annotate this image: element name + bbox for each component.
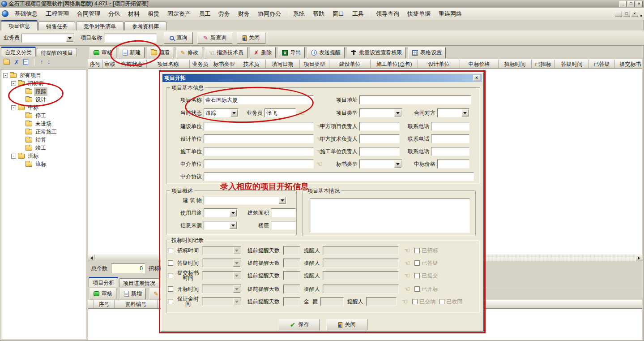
picker-hand-icon[interactable]: ☜ bbox=[402, 298, 408, 305]
tab-project-progress[interactable]: 项目进展情况 bbox=[119, 278, 159, 287]
column-header-technician[interactable]: 技术员 bbox=[237, 60, 266, 68]
mdi-close-button[interactable]: × bbox=[631, 11, 638, 17]
builder-unit-input[interactable] bbox=[204, 147, 314, 156]
delete-category-icon[interactable]: ✗ bbox=[14, 59, 19, 66]
tab-reminder-projects[interactable]: 待提醒的项目 bbox=[37, 48, 77, 56]
chevron-down-icon[interactable] bbox=[461, 109, 469, 117]
construction-unit-input[interactable] bbox=[204, 122, 314, 131]
column-header-bid-type[interactable]: 标书类型 bbox=[211, 60, 237, 68]
phone-input[interactable] bbox=[431, 122, 469, 131]
scroll-left-icon[interactable] bbox=[88, 255, 94, 261]
reminder-input[interactable] bbox=[323, 246, 399, 255]
building-select[interactable] bbox=[204, 196, 287, 205]
close-view-button[interactable]: 关闭 bbox=[237, 32, 265, 44]
collapse-icon[interactable]: - bbox=[11, 154, 16, 159]
column-header-doc-number[interactable]: 资料编号 bbox=[115, 300, 158, 309]
column-header-qa-time[interactable]: 答疑时间 bbox=[555, 60, 589, 68]
reminder-input[interactable] bbox=[323, 285, 399, 294]
menu-system[interactable]: 系统 bbox=[289, 9, 309, 19]
column-header-seq[interactable]: 序号 bbox=[94, 300, 115, 309]
collapse-icon[interactable]: - bbox=[11, 81, 16, 86]
submit-bid-time-select[interactable] bbox=[202, 271, 241, 280]
dialog-close-button[interactable]: 关闭 bbox=[326, 319, 367, 330]
column-header-audit[interactable]: 审核 bbox=[103, 60, 117, 68]
tree-item-design[interactable]: 设计 bbox=[1, 95, 85, 104]
send-reminder-button[interactable]: 发送提醒 bbox=[307, 47, 345, 58]
bid-time-checkbox[interactable] bbox=[168, 248, 173, 253]
usage-select[interactable] bbox=[204, 208, 238, 217]
menu-collaboration[interactable]: 协同办公 bbox=[254, 9, 285, 19]
qa-time-checkbox[interactable] bbox=[168, 260, 173, 266]
floor-input[interactable] bbox=[271, 221, 296, 230]
qa-time-select[interactable] bbox=[202, 259, 241, 268]
column-header-submit-bid[interactable]: 提交标书 bbox=[615, 60, 642, 68]
restore-button[interactable]: □ bbox=[627, 1, 635, 7]
menu-lease[interactable]: 租赁 bbox=[144, 9, 163, 19]
menu-basic-info[interactable]: 基础信息 bbox=[10, 9, 42, 19]
chevron-down-icon[interactable] bbox=[394, 109, 401, 117]
tab-project-info[interactable]: 项目信息 bbox=[1, 20, 38, 30]
menu-fixed-assets[interactable]: 固定资产 bbox=[163, 9, 195, 19]
collapse-icon[interactable]: - bbox=[3, 73, 8, 78]
view-button[interactable]: 查看 bbox=[147, 47, 174, 58]
column-header-project-name[interactable]: 项目名称 bbox=[147, 60, 190, 68]
tree-item-all-projects[interactable]: - 所有项目 bbox=[1, 71, 85, 79]
column-header-builder-unit[interactable]: 施工单位(总包) bbox=[371, 60, 418, 68]
column-header-seq[interactable]: 序号 bbox=[88, 60, 103, 68]
agency-agreement-input[interactable] bbox=[204, 172, 474, 181]
tree-item-not-entered[interactable]: 未进场 bbox=[1, 120, 85, 128]
menu-quick-docs[interactable]: 快捷单据 bbox=[403, 9, 435, 19]
agency-unit-input[interactable] bbox=[204, 160, 314, 168]
reminder-input[interactable] bbox=[323, 271, 399, 280]
picker-hand-icon[interactable]: ☜ bbox=[299, 110, 304, 116]
chevron-down-icon[interactable] bbox=[394, 160, 401, 168]
minimize-button[interactable]: _ bbox=[619, 1, 627, 7]
tab-project-analysis[interactable]: 项目分析 bbox=[89, 277, 118, 287]
close-button[interactable]: × bbox=[635, 1, 643, 7]
column-header-qa-done[interactable]: 已答疑 bbox=[589, 60, 615, 68]
tab-competitor-list[interactable]: 竞争对手清单 bbox=[76, 22, 124, 30]
modify-button[interactable]: ✎ 修改 bbox=[176, 47, 202, 58]
refunded-checkbox[interactable] bbox=[439, 299, 444, 304]
days-ahead-input[interactable] bbox=[283, 271, 300, 280]
tree-item-completed[interactable]: 竣工 bbox=[1, 144, 85, 152]
project-address-input[interactable] bbox=[359, 95, 471, 104]
assign-technician-button[interactable]: ☜ 指派技术员 bbox=[205, 47, 247, 58]
picker-hand-icon[interactable]: ☜ bbox=[404, 260, 410, 266]
column-header-construction-unit[interactable]: 建设单位 bbox=[329, 60, 371, 68]
menu-staff[interactable]: 员工 bbox=[195, 9, 214, 19]
export-button[interactable]: 导出 bbox=[278, 47, 305, 58]
chevron-down-icon[interactable] bbox=[230, 209, 237, 216]
basic-situation-textarea[interactable] bbox=[310, 198, 470, 233]
save-button[interactable]: ✔ 保存 bbox=[279, 319, 320, 330]
menu-reconnect[interactable]: 重连网络 bbox=[435, 9, 466, 19]
bid-done-checkbox[interactable] bbox=[414, 248, 420, 253]
reminder-input[interactable] bbox=[323, 259, 399, 268]
days-ahead-input[interactable] bbox=[283, 297, 300, 306]
column-header-bid-time[interactable]: 招标时间 bbox=[499, 60, 532, 68]
scroll-right-icon[interactable] bbox=[635, 255, 642, 261]
project-type-select[interactable] bbox=[359, 108, 402, 117]
picker-hand-icon[interactable]: ☜ bbox=[404, 272, 410, 279]
tree-item-suspended[interactable]: 停工 bbox=[1, 112, 85, 120]
picker-hand-icon[interactable]: ☜ bbox=[404, 247, 410, 254]
move-up-icon[interactable]: ↑ bbox=[40, 59, 43, 65]
phone-input[interactable] bbox=[431, 147, 469, 156]
source-select[interactable] bbox=[204, 221, 238, 230]
mdi-minimize-button[interactable]: _ bbox=[615, 11, 622, 17]
tree-item-tracking[interactable]: 跟踪 bbox=[1, 87, 85, 95]
collapse-icon[interactable]: - bbox=[11, 105, 16, 110]
new-query-button[interactable]: ✎ 新查询 bbox=[197, 32, 232, 44]
submit-done-checkbox[interactable] bbox=[414, 273, 420, 278]
audit-button[interactable]: 审核 bbox=[90, 47, 116, 58]
days-ahead-input[interactable] bbox=[283, 246, 300, 255]
column-header-salesman[interactable]: 业务员 bbox=[190, 60, 211, 68]
chevron-down-icon[interactable] bbox=[230, 222, 237, 229]
salesman-input[interactable]: 张飞 bbox=[264, 108, 296, 117]
column-header-status[interactable]: 当前状态 bbox=[117, 60, 147, 68]
tab-sales-tasks[interactable]: 销售任务 bbox=[38, 22, 75, 30]
column-header-bid-price[interactable]: 中标价格 bbox=[460, 60, 499, 68]
bid-price-input[interactable] bbox=[437, 160, 469, 168]
bottom-add-button[interactable]: 新增 bbox=[120, 288, 146, 299]
menu-materials[interactable]: 材料 bbox=[124, 9, 144, 19]
